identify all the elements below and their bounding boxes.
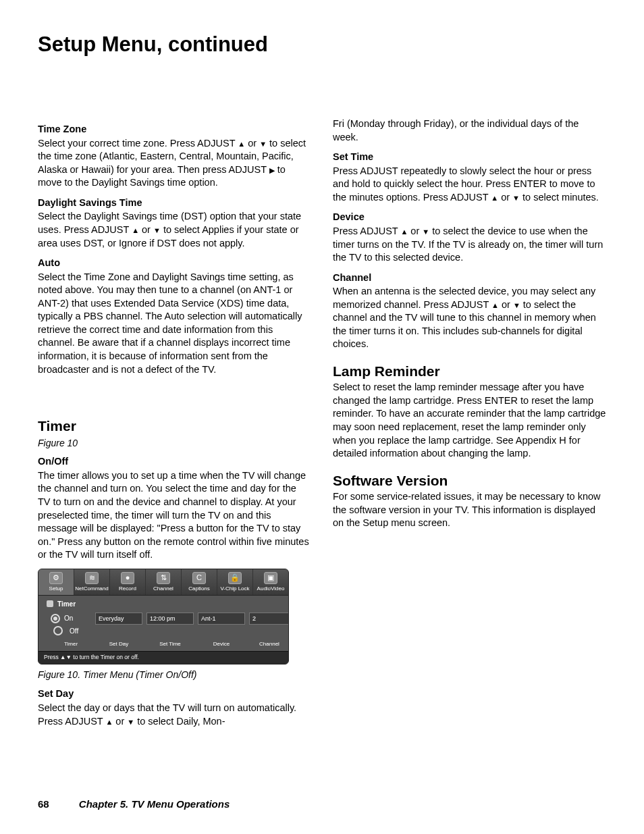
menu-icon	[47, 600, 53, 607]
text: or	[498, 192, 512, 203]
time-zone-head: Time Zone	[38, 123, 311, 136]
figure-caption: Figure 10. Timer Menu (Timer On/Off)	[38, 669, 311, 681]
tab-label: Channel	[153, 585, 173, 593]
menu-tabs: ⚙Setup ≋NetCommand ●Record ⇅Channel CCap…	[38, 569, 288, 596]
text: to select minutes.	[520, 192, 599, 203]
triangle-down-icon	[259, 138, 267, 149]
onoff-body: The timer allows you to set up a time wh…	[38, 469, 311, 562]
tab-netcommand: ≋NetCommand	[74, 569, 110, 595]
auto-head: Auto	[38, 257, 311, 270]
page-number: 68	[38, 798, 49, 810]
triangle-down-icon	[127, 716, 134, 727]
dst-body: Select the Daylight Savings time (DST) o…	[38, 210, 311, 250]
menu-title-text: Timer	[57, 600, 76, 609]
col-label: Set Day	[95, 641, 142, 648]
setday-body: Select the day or days that the TV will …	[38, 702, 311, 728]
page-title: Setup Menu, continued	[38, 32, 606, 57]
captions-icon: C	[192, 572, 206, 584]
menu-off-row: Off	[47, 626, 280, 635]
device-body: Press ADJUST or to select the device to …	[333, 225, 606, 265]
col-label: Device	[198, 641, 245, 648]
auto-body: Select the Time Zone and Daylight Saving…	[38, 271, 311, 377]
text: to select Daily, Mon-	[134, 716, 225, 727]
settime-head: Set Time	[333, 151, 606, 164]
tab-captions: CCaptions	[182, 569, 217, 595]
triangle-down-icon	[512, 192, 520, 203]
tab-label: Setup	[49, 585, 63, 593]
left-column: Time Zone Select your correct time zone.…	[38, 118, 311, 735]
text: Select your correct time zone. Press ADJ…	[38, 138, 238, 149]
off-label: Off	[70, 627, 78, 636]
right-column: Fri (Monday through Friday), or the indi…	[333, 118, 606, 735]
timer-heading: Timer	[38, 417, 311, 436]
tab-label: V-Chip Lock	[220, 585, 249, 593]
menu-help: Press ▲▼ to turn the Timer on or off.	[38, 651, 288, 663]
setday-cont: Fri (Monday through Friday), or the indi…	[333, 118, 606, 144]
menu-col-labels: Timer Set Day Set Time Device Channel	[47, 641, 280, 648]
triangle-up-icon	[132, 224, 139, 235]
text: or	[113, 716, 127, 727]
record-icon: ●	[121, 572, 134, 584]
lock-icon: 🔒	[228, 572, 242, 584]
on-label: On	[64, 614, 73, 623]
text: or	[139, 224, 153, 235]
tab-audiovideo: ▣AudioVideo	[253, 569, 288, 595]
av-icon: ▣	[264, 572, 277, 584]
text: or	[499, 299, 513, 310]
triangle-up-icon	[491, 192, 498, 203]
chapter-label: Chapter 5. TV Menu Operations	[79, 798, 230, 810]
text: or	[408, 226, 422, 236]
triangle-up-icon	[400, 226, 408, 236]
software-body: For some service-related issues, it may …	[333, 490, 606, 530]
radio-on	[51, 614, 60, 623]
text: Press ADJUST	[333, 226, 400, 236]
tab-vchip: 🔒V-Chip Lock	[217, 569, 253, 595]
settime-body: Press ADJUST repeatedly to slowly select…	[333, 165, 606, 205]
day-field: Everyday	[95, 613, 142, 625]
time-zone-body: Select your correct time zone. Press ADJ…	[38, 137, 311, 190]
time-field: 12:00 pm	[146, 613, 194, 625]
channel-icon: ⇅	[157, 572, 170, 584]
triangle-down-icon	[513, 299, 520, 310]
tab-label: Record	[119, 585, 136, 593]
triangle-right-icon	[269, 164, 275, 175]
onoff-head: On/Off	[38, 455, 311, 469]
col-label: Timer	[51, 641, 91, 648]
tab-record: ●Record	[110, 569, 146, 595]
setup-icon: ⚙	[49, 572, 63, 584]
content-columns: Time Zone Select your correct time zone.…	[38, 118, 606, 735]
timer-menu-figure: ⚙Setup ≋NetCommand ●Record ⇅Channel CCap…	[38, 569, 289, 664]
tab-channel: ⇅Channel	[146, 569, 182, 595]
menu-title: Timer	[47, 600, 280, 609]
triangle-down-icon	[153, 224, 161, 235]
menu-body: Timer On Everyday 12:00 pm Ant-1 2 Off T…	[38, 596, 288, 651]
tab-setup: ⚙Setup	[38, 569, 74, 595]
tab-label: Captions	[188, 585, 210, 593]
lamp-body: Select to reset the lamp reminder messag…	[333, 381, 606, 460]
channel-field: 2	[249, 613, 289, 625]
col-label: Set Time	[146, 641, 194, 648]
setday-head: Set Day	[38, 687, 311, 701]
col-label: Channel	[249, 641, 289, 648]
device-field: Ant-1	[198, 613, 245, 625]
figure-ref: Figure 10	[38, 437, 311, 450]
tab-label: NetCommand	[75, 585, 108, 593]
page-footer: 68 Chapter 5. TV Menu Operations	[38, 798, 230, 810]
tab-label: AudioVideo	[257, 585, 285, 593]
radio-off	[53, 626, 63, 635]
lamp-heading: Lamp Reminder	[333, 362, 606, 381]
triangle-up-icon	[105, 716, 113, 727]
menu-on-row: On Everyday 12:00 pm Ant-1 2	[47, 613, 280, 625]
triangle-up-icon	[491, 299, 499, 310]
triangle-up-icon	[238, 138, 245, 149]
software-heading: Software Version	[333, 471, 606, 490]
netcommand-icon: ≋	[85, 572, 99, 584]
dst-head: Daylight Savings Time	[38, 197, 311, 210]
channel-body: When an antenna is the selected device, …	[333, 285, 606, 351]
triangle-down-icon	[422, 226, 429, 236]
channel-head: Channel	[333, 271, 606, 285]
text: or	[245, 138, 259, 149]
device-head: Device	[333, 211, 606, 224]
